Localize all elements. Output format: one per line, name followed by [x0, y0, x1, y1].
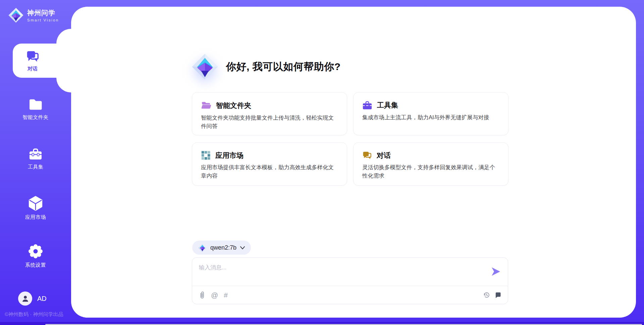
main-panel: 你好, 我可以如何帮助你? 智能文件夹 智能文件夹功能支持批量文件上传与清洗，轻… [71, 7, 636, 318]
app-grid-icon [201, 150, 211, 160]
hero-header: 你好, 我可以如何帮助你? [191, 53, 341, 80]
brand-name: 神州问学 [27, 8, 59, 17]
sidebar-item-app-market[interactable]: 应用市场 [0, 196, 71, 220]
send-arrow-icon [491, 267, 500, 276]
sidebar-item-label: 智能文件夹 [22, 114, 49, 121]
brand-diamond-icon [191, 53, 219, 80]
card-app-market[interactable]: 应用市场 应用市场提供丰富长文本模板，助力高效生成多样化文章内容 [192, 142, 347, 186]
feature-cards: 智能文件夹 智能文件夹功能支持批量文件上传与清洗，轻松实现文件问答 工具集 集成… [192, 92, 508, 186]
model-name: qwen2:7b [210, 244, 236, 251]
card-description: 应用市场提供丰富长文本模板，助力高效生成多样化文章内容 [201, 163, 338, 180]
composer-toolbar: @ # [199, 286, 501, 304]
person-icon [22, 295, 29, 302]
avatar [18, 291, 32, 306]
card-description: 集成市场上主流工具，助力AI与外界无缝扩展与对接 [362, 113, 499, 122]
brand-subtitle: Smart Vision [27, 18, 59, 22]
model-logo-icon [198, 243, 207, 252]
card-title: 智能文件夹 [216, 101, 251, 110]
at-icon[interactable]: @ [211, 291, 218, 299]
sidebar-item-chat[interactable]: 对话 [13, 44, 71, 78]
card-title: 对话 [377, 151, 391, 160]
folder-icon [28, 98, 43, 111]
history-icon[interactable] [483, 291, 490, 299]
card-description: 智能文件夹功能支持批量文件上传与清洗，轻松实现文件问答 [201, 114, 338, 130]
brand-logo: 神州问学 Smart Vision [8, 7, 59, 23]
brand-diamond-icon [8, 7, 24, 23]
card-chat[interactable]: 对话 灵活切换多模型文件，支持多样回复效果调试，满足个性化需求 [353, 142, 508, 186]
app-screen: 你好, 我可以如何帮助你? 智能文件夹 智能文件夹功能支持批量文件上传与清洗，轻… [0, 0, 644, 325]
model-selector[interactable]: qwen2:7b [192, 241, 251, 255]
user-account-button[interactable]: AD [18, 291, 47, 306]
sidebar-item-toolset[interactable]: 工具集 [0, 147, 71, 170]
sidebar-item-label: 工具集 [28, 164, 44, 170]
sidebar-item-label: 应用市场 [25, 214, 46, 220]
sidebar-item-label: 对话 [28, 66, 38, 72]
card-toolset[interactable]: 工具集 集成市场上主流工具，助力AI与外界无缝扩展与对接 [353, 92, 508, 135]
sidebar-item-settings[interactable]: 系统设置 [0, 244, 71, 268]
message-input[interactable] [196, 260, 477, 281]
sidebar-item-label: 系统设置 [25, 262, 46, 268]
card-title: 应用市场 [215, 151, 244, 160]
message-composer: @ # [192, 257, 508, 304]
chat-icon [25, 49, 40, 63]
toolbox-icon [28, 147, 43, 161]
sidebar-item-smart-folder[interactable]: 智能文件夹 [0, 98, 71, 121]
folder-open-icon [201, 100, 211, 111]
toolbox-icon [362, 100, 372, 110]
tab-fillet-bottom [56, 78, 71, 92]
cube-icon [28, 196, 43, 211]
gear-icon [28, 244, 43, 259]
hash-icon[interactable]: # [224, 291, 228, 299]
chat-bubble-icon[interactable] [495, 292, 501, 298]
chevron-down-icon [240, 246, 245, 250]
card-description: 灵活切换多模型文件，支持多样回复效果调试，满足个性化需求 [362, 163, 499, 180]
send-button[interactable] [491, 267, 500, 277]
paperclip-icon[interactable] [199, 291, 205, 299]
sidebar-footer-text: ©神州数码 · 神州问学出品 [5, 311, 63, 318]
chat-icon [362, 150, 372, 160]
greeting-title: 你好, 我可以如何帮助你? [226, 60, 341, 74]
card-smart-folder[interactable]: 智能文件夹 智能文件夹功能支持批量文件上传与清洗，轻松实现文件问答 [192, 92, 347, 135]
tab-fillet-top [56, 29, 71, 44]
user-name: AD [37, 295, 47, 303]
sidebar: 神州问学 Smart Vision 对话 智能文件夹 [0, 0, 71, 325]
card-title: 工具集 [377, 101, 398, 110]
